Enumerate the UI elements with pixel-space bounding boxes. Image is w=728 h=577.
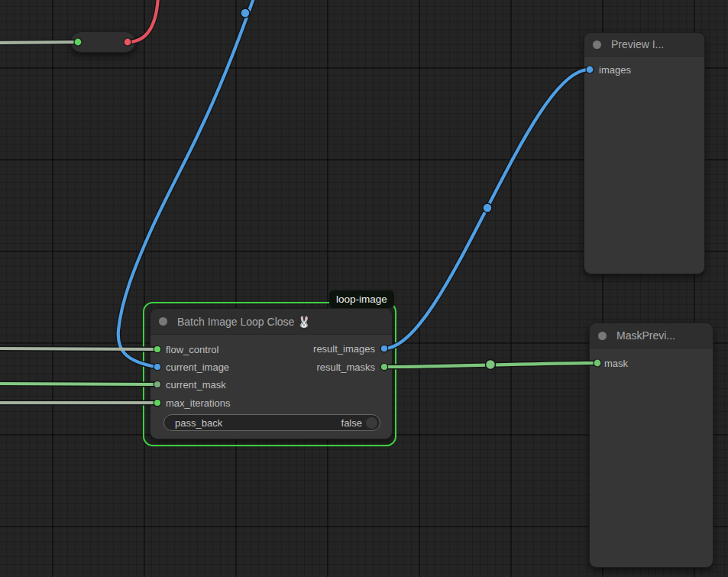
node-titlebar[interactable]: Batch Image Loop Close 🐰 (150, 309, 392, 335)
node-graph-canvas[interactable]: loop-image Batch Image Loop Close 🐰 flow… (0, 0, 728, 577)
node-titlebar[interactable]: Preview I... (584, 33, 704, 57)
input-slot-flow-control: flow_control (166, 343, 218, 357)
input-slot-max-iterations: max_iterations (166, 397, 231, 410)
input-slot-current-mask: current_mask (166, 378, 226, 392)
collapsed-node[interactable] (70, 31, 136, 53)
link-midpoint-dot[interactable] (241, 8, 250, 18)
slot-label: mask (604, 358, 628, 369)
collapse-dot-icon[interactable] (593, 41, 601, 49)
input-slot-current-image: current_image (166, 361, 229, 374)
input-slot-mask: mask (604, 357, 628, 371)
output-slot-result-masks: result_masks (316, 361, 375, 374)
widget-value: false (341, 417, 366, 429)
node-titlebar[interactable]: MaskPrevi... (590, 323, 713, 348)
wire-into-collapsed-node[interactable] (0, 42, 77, 43)
output-slot-result-images: result_images (313, 342, 375, 356)
node-title: Preview I... (611, 38, 664, 50)
slot-label: result_masks (316, 361, 375, 373)
node-title: Batch Image Loop Close 🐰 (177, 316, 311, 328)
pass-back-toggle[interactable]: pass_back false (163, 414, 380, 431)
node-title: MaskPrevi... (616, 329, 675, 342)
link-midpoint-dot[interactable] (483, 203, 492, 212)
slot-label: images (599, 64, 631, 76)
toggle-knob-icon[interactable] (366, 417, 377, 429)
input-slot-images: images (599, 63, 631, 77)
collapse-dot-icon[interactable] (159, 317, 167, 326)
collapse-dot-icon[interactable] (598, 332, 607, 340)
mask-preview-node[interactable]: MaskPrevi... mask (589, 323, 713, 568)
preview-image-node[interactable]: Preview I... images (584, 32, 705, 274)
widget-name: pass_back (164, 417, 341, 429)
slot-label: max_iterations (166, 397, 231, 409)
wire-into-current-mask[interactable] (0, 384, 157, 384)
slot-label: result_images (313, 343, 375, 355)
slot-label: current_image (166, 361, 229, 373)
batch-image-loop-close-node[interactable]: Batch Image Loop Close 🐰 flow_control cu… (150, 308, 393, 439)
slot-label: current_mask (166, 379, 226, 391)
link-midpoint-dot[interactable] (486, 360, 496, 370)
slot-label: flow_control (166, 344, 218, 355)
wire-result-masks-to-mask-preview[interactable] (384, 363, 597, 367)
node-title-badge: loop-image (329, 290, 394, 308)
wire-into-flow-control[interactable] (0, 348, 157, 349)
wire-result-images-to-preview[interactable] (384, 70, 589, 348)
